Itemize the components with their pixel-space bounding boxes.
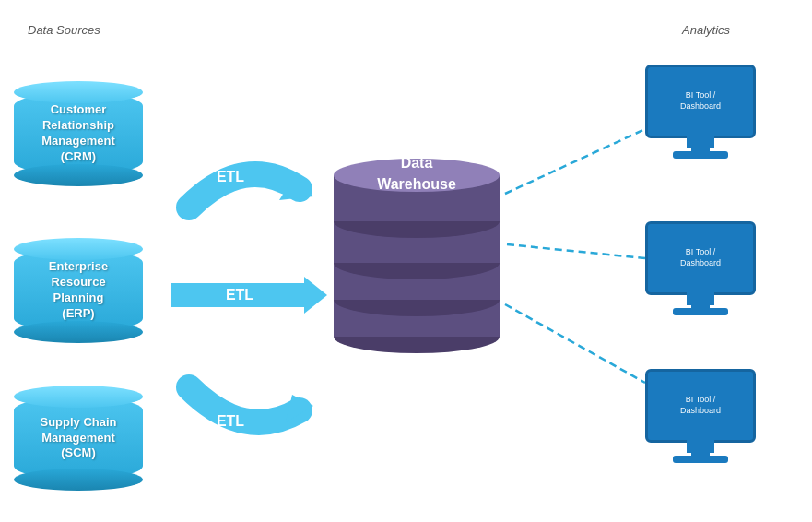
scm-cylinder: Supply Chain Management (SCM) bbox=[14, 397, 143, 480]
data-warehouse: Data Warehouse bbox=[327, 138, 507, 350]
monitor-1: BI Tool / Dashboard bbox=[645, 65, 756, 159]
etl-arrow-3: ETL bbox=[171, 360, 318, 456]
svg-text:ETL: ETL bbox=[226, 287, 253, 303]
svg-line-1 bbox=[507, 244, 645, 258]
erp-cylinder: Enterprise Resource Planning (ERP) bbox=[14, 249, 143, 332]
erp-label: Enterprise Resource Planning (ERP) bbox=[41, 259, 115, 322]
scm-label: Supply Chain Management (SCM) bbox=[32, 415, 124, 462]
svg-line-2 bbox=[505, 304, 645, 383]
svg-text:Warehouse: Warehouse bbox=[377, 176, 456, 192]
crm-cylinder: Customer Relationship Management (CRM) bbox=[14, 92, 143, 175]
monitor-3-text: BI Tool / Dashboard bbox=[680, 395, 721, 416]
svg-text:Data: Data bbox=[401, 155, 433, 171]
svg-text:ETL: ETL bbox=[217, 413, 244, 429]
monitor-2: BI Tool / Dashboard bbox=[645, 221, 756, 315]
monitor-3: BI Tool / Dashboard bbox=[645, 369, 756, 463]
diagram-container: Data Sources Analytics Customer Relation… bbox=[0, 0, 812, 522]
monitor-2-text: BI Tool / Dashboard bbox=[680, 247, 721, 268]
svg-line-0 bbox=[505, 129, 645, 194]
etl-arrow-2: ETL bbox=[171, 272, 327, 322]
left-section-label: Data Sources bbox=[28, 23, 100, 37]
etl-arrow-1: ETL bbox=[171, 143, 318, 230]
right-section-label: Analytics bbox=[682, 23, 730, 37]
crm-label: Customer Relationship Management (CRM) bbox=[34, 102, 122, 165]
svg-text:ETL: ETL bbox=[217, 169, 244, 184]
monitor-1-text: BI Tool / Dashboard bbox=[680, 90, 721, 112]
